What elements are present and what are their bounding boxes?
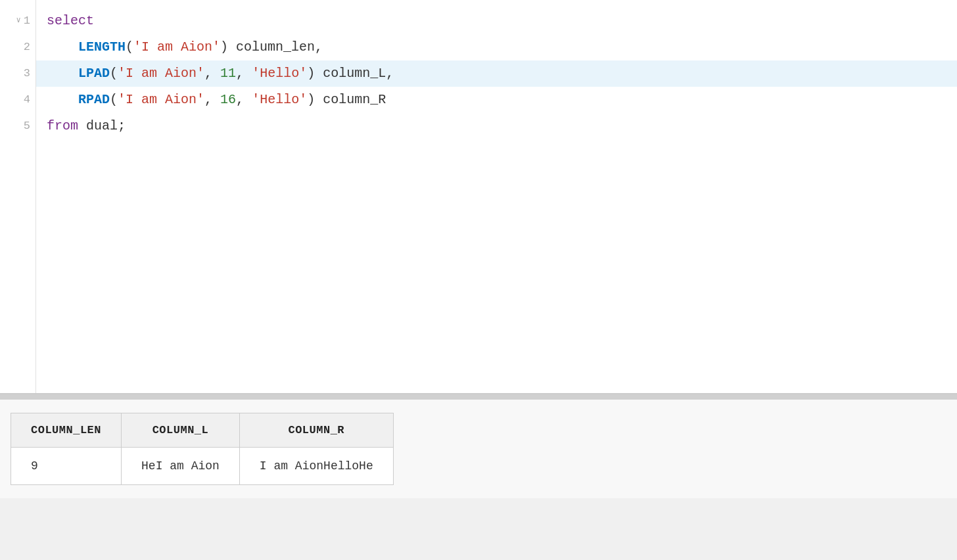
code-segment-str: 'Hello' [252,63,307,84]
code-content[interactable]: select LENGTH('I am Aion') column_len, L… [36,0,957,393]
table-cell: HeI am Aion [122,448,240,485]
line-number: ∨1 [7,8,30,34]
code-segment-plain: ) column_L, [307,63,394,84]
code-line: LENGTH('I am Aion') column_len, [47,34,946,60]
line-number-text: 1 [24,12,30,30]
table-row: 9HeI am AionI am AionHelloHe [11,448,394,485]
line-number: 3 [7,60,30,87]
code-segment-kw: select [47,11,94,32]
line-numbers: ∨12345 [0,0,36,393]
pane-divider [0,394,957,400]
code-segment-fn: RPAD [78,89,110,110]
code-line: from dual; [47,113,946,139]
code-area: ∨12345 select LENGTH('I am Aion') column… [0,0,957,393]
code-segment-plain [47,37,78,58]
code-segment-plain: ( [126,37,133,58]
code-segment-plain: ) column_len, [220,37,323,58]
results-column-header: COLUMN_R [239,413,393,448]
results-pane: COLUMN_LENCOLUMN_LCOLUMN_R 9HeI am AionI… [0,400,957,498]
code-line: LPAD('I am Aion', 11, 'Hello') column_L, [36,60,957,87]
line-number-text: 4 [24,91,30,108]
code-line: select [47,8,946,34]
results-column-header: COLUMN_LEN [11,413,122,448]
code-segment-num: 16 [220,89,236,110]
code-segment-str: 'Hello' [252,89,307,110]
code-segment-plain [47,89,78,110]
line-number: 2 [7,34,30,60]
code-segment-plain: ( [110,63,118,84]
code-line: RPAD('I am Aion', 16, 'Hello') column_R [47,87,946,113]
code-segment-plain [47,63,78,84]
line-number-text: 5 [24,117,30,135]
editor-pane[interactable]: ∨12345 select LENGTH('I am Aion') column… [0,0,957,394]
code-segment-kw: from [47,116,78,137]
code-segment-plain: dual; [78,116,126,137]
code-segment-plain: , [204,89,220,110]
code-segment-str: 'I am Aion' [133,37,220,58]
table-cell: I am AionHelloHe [239,448,393,485]
line-number: 4 [7,87,30,113]
code-segment-plain: , [236,63,252,84]
code-segment-num: 11 [220,63,236,84]
code-segment-plain: , [204,63,220,84]
code-segment-fn: LPAD [78,63,110,84]
code-segment-fn: LENGTH [78,37,126,58]
code-segment-str: 'I am Aion' [118,89,204,110]
results-table: COLUMN_LENCOLUMN_LCOLUMN_R 9HeI am AionI… [11,413,394,485]
code-segment-plain: , [236,89,252,110]
code-segment-str: 'I am Aion' [118,63,204,84]
table-cell: 9 [11,448,122,485]
line-number-text: 3 [24,64,30,82]
line-number-text: 2 [24,38,30,56]
results-column-header: COLUMN_L [122,413,240,448]
code-segment-plain: ) column_R [307,89,386,110]
code-segment-plain: ( [110,89,118,110]
fold-chevron-icon[interactable]: ∨ [16,14,21,27]
line-number: 5 [7,113,30,139]
